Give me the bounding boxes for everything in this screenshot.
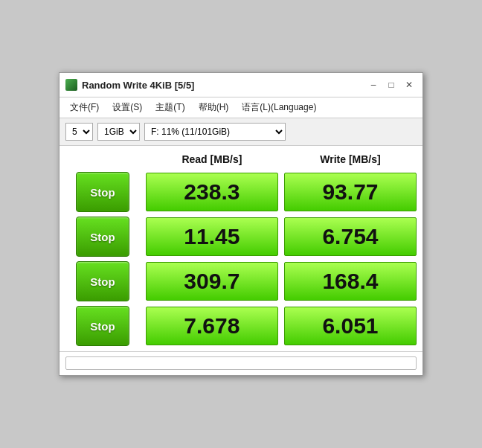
read-value-2: 11.45: [146, 217, 278, 256]
menu-bar: 文件(F) 设置(S) 主题(T) 帮助(H) 语言(L)(Language): [60, 97, 422, 118]
stop-button-3[interactable]: Stop: [76, 261, 129, 301]
write-cell-1: 93.77: [281, 170, 420, 214]
col-header-read: Read [MB/s]: [143, 149, 281, 170]
table-row: Stop 309.7 168.4: [62, 259, 420, 304]
stop-button-4[interactable]: Stop: [76, 306, 129, 346]
menu-language[interactable]: 语言(L)(Language): [236, 99, 322, 116]
minimize-button[interactable]: –: [366, 77, 381, 92]
read-cell-3: 309.7: [143, 259, 281, 304]
progress-bar: [65, 356, 417, 370]
stop-button-1[interactable]: Stop: [76, 172, 129, 212]
read-value-4: 7.678: [146, 307, 278, 345]
bottom-bar: [60, 351, 422, 375]
close-button[interactable]: ✕: [402, 77, 417, 92]
bench-table: Read [MB/s] Write [MB/s] Stop 238.3 93.7…: [62, 149, 420, 348]
read-value-3: 309.7: [146, 262, 278, 301]
menu-settings[interactable]: 设置(S): [106, 99, 148, 116]
write-value-3: 168.4: [284, 262, 417, 301]
window-title: Random Write 4KiB [5/5]: [82, 80, 194, 91]
app-window: Random Write 4KiB [5/5] – □ ✕ 文件(F) 设置(S…: [59, 72, 423, 376]
table-row: Stop 7.678 6.051: [62, 304, 420, 348]
write-cell-2: 6.754: [281, 214, 420, 259]
stop-cell-1: Stop: [62, 170, 143, 214]
stop-cell-4: Stop: [62, 304, 143, 348]
title-bar: Random Write 4KiB [5/5] – □ ✕: [60, 73, 422, 97]
write-value-4: 6.051: [284, 307, 417, 345]
title-bar-left: Random Write 4KiB [5/5]: [65, 79, 194, 91]
menu-theme[interactable]: 主题(T): [150, 99, 190, 116]
toolbar: 5 1GiB F: 11% (11/101GiB): [60, 118, 422, 146]
write-value-2: 6.754: [284, 217, 417, 256]
main-content: Read [MB/s] Write [MB/s] Stop 238.3 93.7…: [60, 146, 422, 351]
col-header-empty: [62, 149, 143, 170]
read-cell-1: 238.3: [143, 170, 281, 214]
stop-cell-2: Stop: [62, 214, 143, 259]
write-cell-4: 6.051: [281, 304, 420, 348]
table-row: Stop 238.3 93.77: [62, 170, 420, 214]
read-cell-4: 7.678: [143, 304, 281, 348]
table-row: Stop 11.45 6.754: [62, 214, 420, 259]
stop-cell-3: Stop: [62, 259, 143, 304]
runs-select[interactable]: 5: [65, 123, 93, 141]
write-value-1: 93.77: [284, 173, 417, 211]
size-select[interactable]: 1GiB: [97, 123, 140, 141]
title-bar-controls: – □ ✕: [366, 77, 417, 92]
maximize-button[interactable]: □: [384, 77, 399, 92]
menu-help[interactable]: 帮助(H): [193, 99, 235, 116]
app-icon: [65, 79, 77, 91]
read-value-1: 238.3: [146, 173, 278, 211]
col-header-write: Write [MB/s]: [281, 149, 420, 170]
menu-file[interactable]: 文件(F): [64, 99, 105, 116]
write-cell-3: 168.4: [281, 259, 420, 304]
stop-button-2[interactable]: Stop: [76, 217, 129, 257]
drive-select[interactable]: F: 11% (11/101GiB): [144, 123, 286, 141]
read-cell-2: 11.45: [143, 214, 281, 259]
